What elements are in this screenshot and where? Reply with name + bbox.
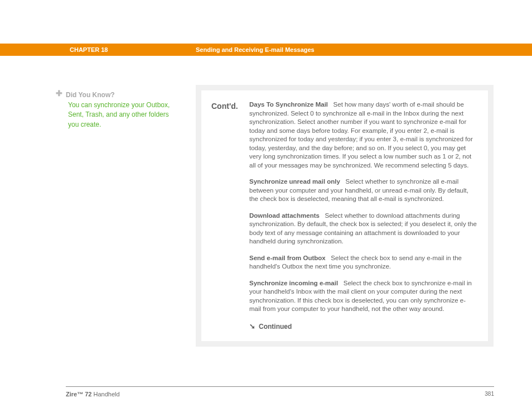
setting-item: Synchronize incoming e-mail Select the c…	[249, 279, 477, 314]
footer-product-rest: Handheld	[91, 391, 119, 397]
content-panel: Cont'd. Days To Synchronize Mail Set how…	[196, 85, 494, 347]
setting-body: Set how many days' worth of e-mail shoul…	[249, 101, 473, 169]
setting-title: Days To Synchronize Mail	[249, 101, 328, 108]
setting-item: Download attachments Select whether to d…	[249, 212, 477, 246]
did-you-know-title: Did You Know?	[66, 91, 115, 99]
setting-title: Synchronize unread mail only	[249, 178, 340, 185]
chapter-title: Sending and Receiving E-mail Messages	[196, 46, 315, 53]
setting-item: Days To Synchronize Mail Set how many da…	[249, 100, 477, 170]
continued-text: Continued	[259, 322, 292, 331]
setting-item: Synchronize unread mail only Select whet…	[249, 178, 477, 204]
arrow-down-right-icon: ➘	[249, 322, 255, 332]
continued-label: Cont'd.	[211, 100, 241, 331]
setting-title: Download attachments	[249, 212, 320, 219]
chapter-header: CHAPTER 18 Sending and Receiving E-mail …	[0, 44, 532, 56]
setting-item: Send e-mail from Outbox Select the check…	[249, 254, 477, 271]
footer-product: Zire™ 72 Handheld	[66, 391, 120, 397]
setting-title: Send e-mail from Outbox	[249, 255, 326, 261]
sidebar-note: ✚Did You Know? You can synchronize your …	[56, 89, 181, 130]
footer-product-bold: Zire™ 72	[66, 391, 91, 397]
plus-icon: ✚	[56, 89, 62, 97]
setting-title: Synchronize incoming e-mail	[249, 280, 338, 286]
page-number: 381	[485, 391, 494, 397]
did-you-know-heading: ✚Did You Know?	[56, 89, 181, 99]
continued-row: ➘ Continued	[249, 322, 477, 332]
content-inner: Cont'd. Days To Synchronize Mail Set how…	[201, 90, 488, 341]
content-column: Days To Synchronize Mail Set how many da…	[249, 100, 477, 331]
footer-divider	[66, 386, 494, 387]
did-you-know-body: You can synchronize your Outbox, Sent, T…	[68, 100, 181, 130]
chapter-label: CHAPTER 18	[70, 46, 108, 53]
